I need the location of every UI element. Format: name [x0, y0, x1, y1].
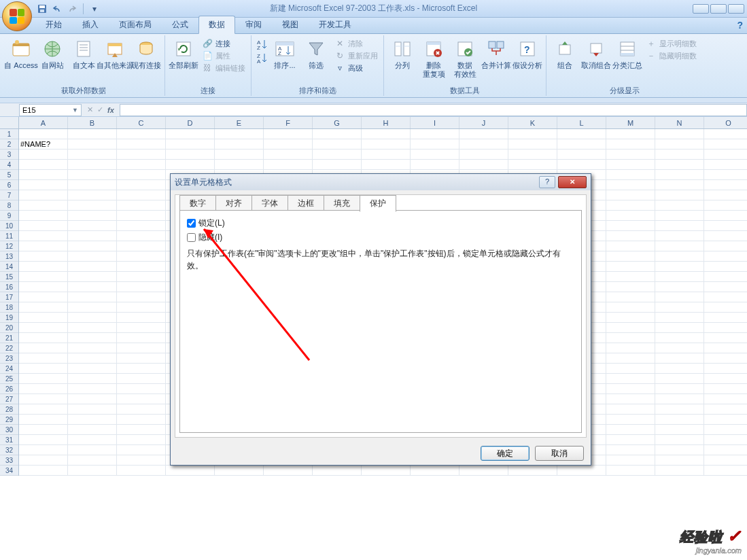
cell[interactable]	[655, 353, 704, 364]
cell[interactable]	[68, 445, 117, 455]
row-header[interactable]: 34	[0, 466, 18, 476]
btn-ungroup[interactable]: 取消组合	[580, 37, 612, 71]
cell[interactable]	[704, 180, 747, 190]
chevron-down-icon[interactable]: ▼	[72, 107, 78, 113]
cell[interactable]	[606, 466, 655, 476]
cell[interactable]	[117, 190, 166, 200]
cell[interactable]	[704, 302, 747, 313]
row-header[interactable]: 1	[0, 129, 18, 139]
cell[interactable]	[655, 343, 704, 353]
cell[interactable]	[655, 466, 704, 476]
cell[interactable]	[68, 343, 117, 353]
cell[interactable]	[68, 302, 117, 313]
cell[interactable]	[362, 160, 411, 170]
cell[interactable]	[68, 435, 117, 445]
minimize-button[interactable]	[693, 4, 709, 14]
cell[interactable]	[19, 425, 68, 435]
cell[interactable]	[19, 333, 68, 343]
cell[interactable]	[704, 435, 747, 445]
cell[interactable]	[606, 272, 655, 282]
cell[interactable]	[68, 251, 117, 262]
col-header[interactable]: G	[313, 117, 362, 128]
cell[interactable]	[117, 343, 166, 353]
cell[interactable]	[117, 302, 166, 313]
cell[interactable]	[19, 221, 68, 231]
cell[interactable]	[19, 394, 68, 404]
cell[interactable]	[117, 241, 166, 251]
cell[interactable]	[704, 129, 747, 139]
cell[interactable]	[508, 150, 557, 160]
row-headers[interactable]: 1234567891011121314151617181920212223242…	[0, 129, 19, 476]
cell[interactable]	[19, 353, 68, 364]
tab-page-layout[interactable]: 页面布局	[109, 16, 162, 33]
cell[interactable]	[68, 466, 117, 476]
cell[interactable]	[411, 160, 459, 170]
btn-existing-conn[interactable]: 现有连接	[131, 37, 162, 71]
cell[interactable]	[459, 139, 508, 150]
cell[interactable]	[117, 374, 166, 384]
cell[interactable]	[704, 241, 747, 251]
cell[interactable]	[606, 200, 655, 211]
cell[interactable]	[704, 353, 747, 364]
row-header[interactable]: 14	[0, 262, 18, 272]
cell[interactable]	[313, 139, 362, 150]
cell[interactable]	[19, 211, 68, 221]
cell[interactable]	[655, 302, 704, 313]
cell[interactable]	[655, 272, 704, 282]
cell[interactable]	[557, 139, 606, 150]
cell[interactable]	[655, 190, 704, 200]
cell[interactable]	[68, 211, 117, 221]
cell[interactable]	[362, 129, 411, 139]
cell[interactable]	[19, 272, 68, 282]
cell[interactable]	[606, 282, 655, 292]
cell[interactable]	[557, 129, 606, 139]
cell[interactable]	[166, 150, 215, 160]
cell[interactable]	[19, 404, 68, 415]
checkbox-hidden[interactable]: 隐藏(I)	[187, 232, 574, 243]
cell[interactable]	[68, 415, 117, 425]
cell[interactable]	[704, 292, 747, 302]
btn-hide-detail[interactable]: －隐藏明细数	[646, 50, 697, 61]
cell[interactable]	[313, 160, 362, 170]
row-header[interactable]: 5	[0, 170, 18, 180]
row-header[interactable]: 23	[0, 353, 18, 364]
cell[interactable]	[655, 394, 704, 404]
cell[interactable]	[68, 241, 117, 251]
cell[interactable]	[68, 425, 117, 435]
cell[interactable]	[655, 404, 704, 415]
cell[interactable]	[606, 180, 655, 190]
col-header[interactable]: I	[411, 117, 459, 128]
btn-from-access[interactable]: 自 Access	[5, 37, 37, 71]
row-header[interactable]: 18	[0, 302, 18, 313]
cell[interactable]	[19, 313, 68, 323]
cell[interactable]	[655, 425, 704, 435]
cell[interactable]	[606, 231, 655, 241]
col-header[interactable]: L	[557, 117, 606, 128]
cell[interactable]	[117, 313, 166, 323]
cell[interactable]	[606, 404, 655, 415]
cell[interactable]	[117, 425, 166, 435]
cell[interactable]	[459, 129, 508, 139]
formula-input[interactable]	[120, 104, 747, 116]
cell[interactable]	[68, 333, 117, 343]
dialog-help-button[interactable]: ?	[539, 176, 555, 188]
cell[interactable]	[655, 231, 704, 241]
cell[interactable]	[19, 150, 68, 160]
btn-sort-asc[interactable]: AZ	[256, 38, 268, 50]
cell[interactable]	[68, 170, 117, 180]
btn-show-detail[interactable]: ＋显示明细数	[646, 38, 697, 49]
row-header[interactable]: 31	[0, 435, 18, 445]
row-header[interactable]: 3	[0, 150, 18, 160]
cell[interactable]	[117, 251, 166, 262]
btn-group[interactable]: 组合	[549, 37, 580, 71]
row-header[interactable]: 26	[0, 384, 18, 394]
btn-reapply[interactable]: ↻重新应用	[334, 50, 378, 61]
cell[interactable]	[655, 241, 704, 251]
btn-text-to-columns[interactable]: 分列	[387, 37, 418, 71]
row-header[interactable]: 12	[0, 241, 18, 251]
cell[interactable]	[459, 160, 508, 170]
cell[interactable]	[68, 394, 117, 404]
fx-icon[interactable]: fx	[107, 106, 114, 114]
column-headers[interactable]: ABCDEFGHIJKLMNO	[19, 117, 747, 129]
cell[interactable]	[606, 262, 655, 272]
